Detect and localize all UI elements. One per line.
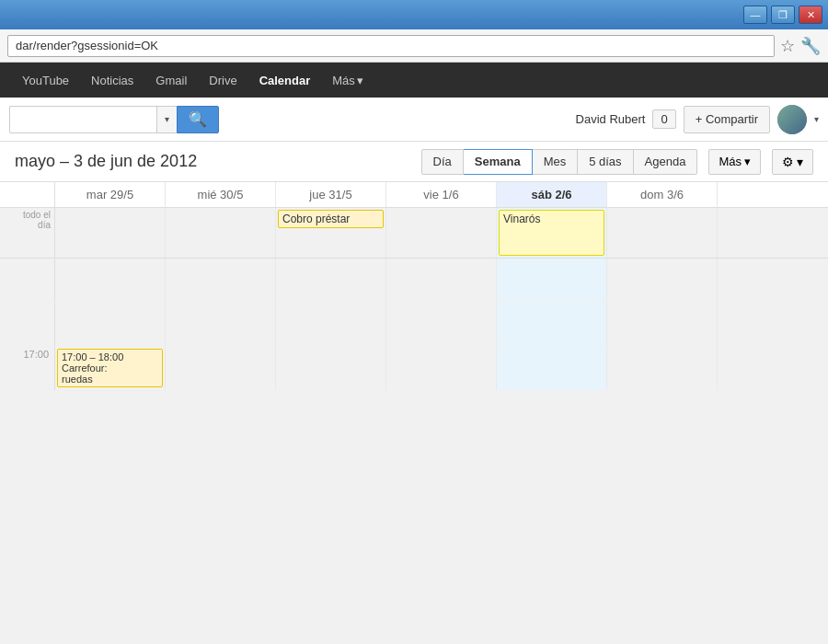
tc-dom-17	[607, 347, 718, 390]
tc-dom-2	[607, 303, 718, 346]
calendar-header: mar 29/5 mié 30/5 jue 31/5 vie 1/6 sáb 2…	[0, 182, 828, 208]
share-button[interactable]: + Compartir	[684, 106, 770, 133]
wrench-icon[interactable]: 🔧	[800, 36, 821, 56]
more-label: Más	[719, 155, 742, 168]
search-dropdown[interactable]: ▾	[156, 106, 177, 133]
header-time-col	[0, 182, 55, 207]
view-day-button[interactable]: Día	[421, 149, 464, 175]
view-5dias-button[interactable]: 5 días	[578, 149, 633, 175]
tc-mar-1	[55, 259, 166, 302]
avatar[interactable]	[777, 105, 807, 134]
time-label-17: 17:00	[0, 347, 55, 390]
nav-more-arrow: ▾	[357, 74, 363, 87]
tc-dom-1	[607, 259, 718, 302]
event-carrefour-time: 17:00 – 18:00	[62, 351, 158, 362]
tc-sab-17	[497, 347, 607, 390]
nav-more-label: Más	[332, 74, 355, 87]
tc-vie-1	[386, 259, 497, 302]
address-bar: ☆ 🔧	[0, 29, 828, 63]
star-icon[interactable]: ☆	[780, 36, 795, 56]
window-titlebar: — ❐ ✕	[0, 0, 828, 29]
header-mar29: mar 29/5	[55, 182, 166, 207]
restore-button[interactable]: ❐	[771, 6, 795, 24]
search-button[interactable]: 🔍	[177, 106, 219, 133]
header-dom3: dom 3/6	[607, 182, 718, 207]
avatar-dropdown-arrow[interactable]: ▾	[814, 114, 819, 124]
notification-badge[interactable]: 0	[652, 109, 675, 129]
address-input[interactable]	[7, 35, 775, 57]
event-vinaros[interactable]: Vinarós	[499, 210, 604, 256]
cal-toolbar: ▾ 🔍 David Rubert 0 + Compartir ▾	[0, 98, 828, 142]
view-mes-button[interactable]: Mes	[533, 149, 579, 175]
time-row-empty2	[0, 303, 828, 347]
tc-jue-17	[276, 347, 386, 390]
allday-sab2[interactable]: Vinarós	[497, 208, 607, 258]
tc-jue-1	[276, 259, 386, 302]
nav-noticias[interactable]: Noticias	[80, 63, 144, 98]
allday-mie30	[166, 208, 276, 258]
tc-vie-17	[386, 347, 497, 390]
allday-mar29	[55, 208, 166, 258]
calendar-main: mar 29/5 mié 30/5 jue 31/5 vie 1/6 sáb 2…	[0, 182, 828, 644]
tc-mie-1	[166, 259, 276, 302]
search-input[interactable]	[9, 106, 156, 133]
time-rows: 17:00 17:00 – 18:00 Carrefour:ruedas	[0, 259, 828, 391]
allday-jue31[interactable]: Cobro préstar	[276, 208, 386, 258]
event-carrefour-name: Carrefour:ruedas	[62, 362, 158, 385]
more-view-button[interactable]: Más ▾	[708, 149, 761, 175]
time-row-17: 17:00 17:00 – 18:00 Carrefour:ruedas	[0, 347, 828, 391]
event-carrefour[interactable]: 17:00 – 18:00 Carrefour:ruedas	[57, 349, 163, 387]
tc-mar-2	[55, 303, 166, 346]
header-mie30: mié 30/5	[166, 182, 276, 207]
settings-button[interactable]: ⚙ ▾	[772, 149, 813, 175]
allday-label: todo eldía	[0, 208, 55, 258]
google-nav: YouTube Noticias Gmail Drive Calendar Má…	[0, 63, 828, 98]
search-box: ▾ 🔍	[9, 106, 219, 133]
tc-sab-1	[497, 259, 607, 302]
view-button-group: Día Semana Mes 5 días Agenda	[421, 149, 698, 175]
cal-nav-row: mayo – 3 de jun de 2012 Día Semana Mes 5…	[0, 142, 828, 182]
date-range: mayo – 3 de jun de 2012	[15, 152, 410, 171]
close-button[interactable]: ✕	[799, 6, 822, 24]
tc-mie-2	[166, 303, 276, 346]
settings-icon: ⚙	[782, 155, 794, 169]
search-icon: 🔍	[189, 110, 207, 128]
settings-arrow-icon: ▾	[797, 155, 803, 169]
allday-row: todo eldía Cobro préstar Vinarós	[0, 208, 828, 259]
user-area: David Rubert 0 + Compartir ▾	[576, 105, 819, 134]
view-agenda-button[interactable]: Agenda	[634, 149, 698, 175]
username: David Rubert	[576, 112, 646, 126]
nav-calendar[interactable]: Calendar	[248, 63, 322, 98]
event-cobro-prestar[interactable]: Cobro préstar	[278, 210, 384, 228]
nav-gmail[interactable]: Gmail	[144, 63, 198, 98]
time-label-empty2	[0, 303, 55, 346]
time-row-empty1	[0, 259, 828, 303]
tc-mar-17[interactable]: 17:00 – 18:00 Carrefour:ruedas	[55, 347, 166, 390]
allday-dom3	[607, 208, 718, 258]
tc-mie-17	[166, 347, 276, 390]
nav-youtube[interactable]: YouTube	[11, 63, 80, 98]
tc-sab-2	[497, 303, 607, 346]
tc-jue-2	[276, 303, 386, 346]
more-arrow-icon: ▾	[744, 155, 751, 168]
header-jue31: jue 31/5	[276, 182, 386, 207]
view-semana-button[interactable]: Semana	[464, 149, 533, 175]
allday-vie1	[386, 208, 497, 258]
minimize-button[interactable]: —	[743, 6, 767, 24]
time-label-empty1	[0, 259, 55, 302]
window-controls: — ❐ ✕	[743, 6, 822, 24]
header-sab2: sáb 2/6	[497, 182, 607, 207]
nav-drive[interactable]: Drive	[198, 63, 247, 98]
avatar-image	[777, 105, 807, 134]
header-vie1: vie 1/6	[386, 182, 497, 207]
nav-more[interactable]: Más ▾	[321, 74, 374, 87]
tc-vie-2	[386, 303, 497, 346]
